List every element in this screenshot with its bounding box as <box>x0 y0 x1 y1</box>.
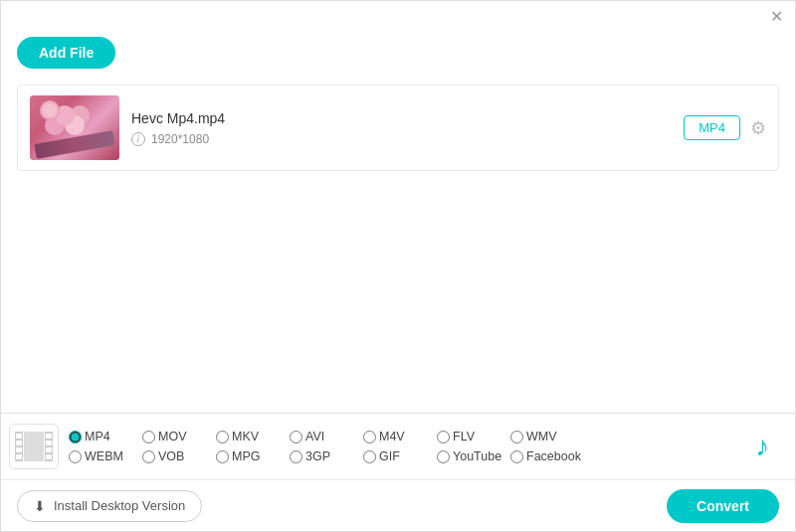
format-option-mkv[interactable]: MKV <box>216 430 286 443</box>
top-section: Add File <box>1 33 795 77</box>
music-icon: ♪ <box>755 431 769 462</box>
format-label-vob: VOB <box>158 449 184 463</box>
file-actions: MP4 ⚙ <box>684 115 766 140</box>
format-label-facebook: Facebook <box>526 449 581 463</box>
format-option-m4v[interactable]: M4V <box>363 430 433 443</box>
install-label: Install Desktop Version <box>54 498 185 513</box>
format-badge[interactable]: MP4 <box>684 115 740 140</box>
format-radio-mp4[interactable] <box>69 431 82 443</box>
info-icon: i <box>131 132 145 146</box>
file-name: Hevc Mp4.mp4 <box>131 110 672 126</box>
content-area <box>1 171 795 390</box>
format-option-3gp[interactable]: 3GP <box>290 449 359 463</box>
format-bar: MP4 MOV MKV AVI M4V FLV <box>1 413 795 479</box>
format-label-mpg: MPG <box>232 449 260 463</box>
add-file-button[interactable]: Add File <box>17 37 115 69</box>
format-label-mp4: MP4 <box>85 430 110 443</box>
format-option-mp4[interactable]: MP4 <box>69 430 138 443</box>
format-option-mpg[interactable]: MPG <box>216 449 286 463</box>
format-options: MP4 MOV MKV AVI M4V FLV <box>69 430 737 463</box>
music-icon-container: ♪ <box>737 431 787 462</box>
file-list: Hevc Mp4.mp4 i 1920*1080 MP4 ⚙ <box>17 85 779 171</box>
format-option-wmv[interactable]: WMV <box>510 430 580 443</box>
convert-button[interactable]: Convert <box>667 489 779 523</box>
settings-icon[interactable]: ⚙ <box>750 117 766 139</box>
format-radio-m4v[interactable] <box>363 431 376 443</box>
file-info: Hevc Mp4.mp4 i 1920*1080 <box>119 110 684 146</box>
format-radio-avi[interactable] <box>290 431 302 443</box>
format-radio-facebook[interactable] <box>510 450 523 463</box>
format-label-mkv: MKV <box>232 430 259 443</box>
format-radio-gif[interactable] <box>363 450 376 463</box>
format-row-2: WEBM VOB MPG 3GP GIF YouTube <box>69 449 737 463</box>
close-button[interactable]: ✕ <box>770 9 783 25</box>
format-option-gif[interactable]: GIF <box>363 449 433 463</box>
format-label-avi: AVI <box>305 430 324 443</box>
format-option-webm[interactable]: WEBM <box>69 449 138 463</box>
format-label-mov: MOV <box>158 430 186 443</box>
format-label-webm: WEBM <box>85 449 123 463</box>
file-item: Hevc Mp4.mp4 i 1920*1080 MP4 ⚙ <box>18 86 778 170</box>
format-row-1: MP4 MOV MKV AVI M4V FLV <box>69 430 737 443</box>
film-icon <box>15 432 53 461</box>
format-radio-youtube[interactable] <box>437 450 450 463</box>
format-label-youtube: YouTube <box>453 449 501 463</box>
title-bar: ✕ <box>1 1 795 33</box>
download-icon: ⬇ <box>34 498 46 514</box>
format-label-wmv: WMV <box>526 430 557 443</box>
format-radio-mov[interactable] <box>142 431 155 443</box>
format-option-facebook[interactable]: Facebook <box>510 449 581 463</box>
format-label-flv: FLV <box>453 430 475 443</box>
format-radio-mkv[interactable] <box>216 431 229 443</box>
bottom-bar: ⬇ Install Desktop Version Convert <box>1 479 795 531</box>
format-option-flv[interactable]: FLV <box>437 430 506 443</box>
file-meta: i 1920*1080 <box>131 132 672 146</box>
format-radio-3gp[interactable] <box>290 450 302 463</box>
format-label-3gp: 3GP <box>305 449 330 463</box>
format-option-mov[interactable]: MOV <box>142 430 212 443</box>
install-desktop-button[interactable]: ⬇ Install Desktop Version <box>17 490 202 522</box>
format-radio-vob[interactable] <box>142 450 155 463</box>
format-radio-wmv[interactable] <box>510 431 523 443</box>
format-radio-mpg[interactable] <box>216 450 229 463</box>
format-icon-container <box>9 424 59 469</box>
format-label-gif: GIF <box>379 449 400 463</box>
format-option-youtube[interactable]: YouTube <box>437 449 506 463</box>
format-option-vob[interactable]: VOB <box>142 449 212 463</box>
format-radio-flv[interactable] <box>437 431 450 443</box>
file-resolution: 1920*1080 <box>151 132 209 146</box>
file-thumbnail <box>30 95 119 160</box>
format-label-m4v: M4V <box>379 430 405 443</box>
format-option-avi[interactable]: AVI <box>290 430 359 443</box>
format-radio-webm[interactable] <box>69 450 82 463</box>
